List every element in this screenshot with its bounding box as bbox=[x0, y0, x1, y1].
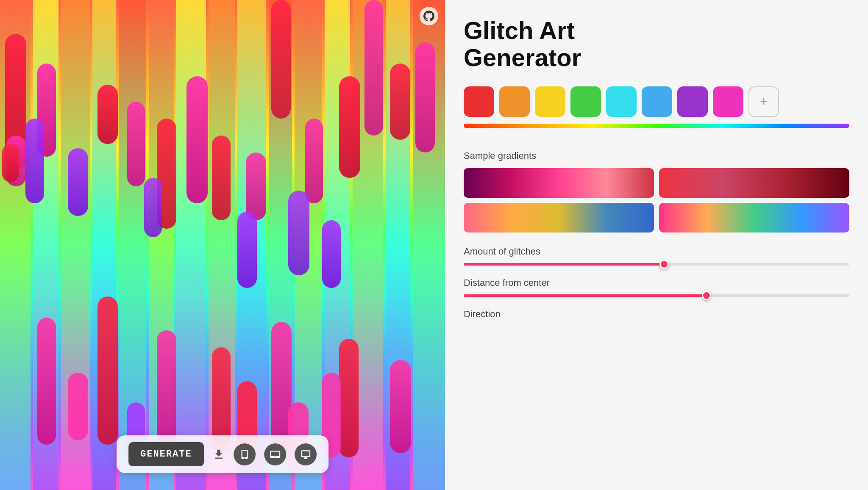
distance-slider-track bbox=[464, 294, 849, 297]
swatch-cyan[interactable] bbox=[606, 86, 637, 117]
svg-rect-45 bbox=[68, 373, 88, 440]
svg-rect-20 bbox=[97, 85, 118, 144]
svg-rect-26 bbox=[271, 0, 291, 119]
divider-1 bbox=[464, 140, 849, 140]
svg-rect-40 bbox=[157, 330, 176, 449]
svg-rect-34 bbox=[144, 178, 162, 237]
svg-rect-32 bbox=[25, 119, 44, 203]
svg-rect-21 bbox=[127, 102, 145, 186]
github-button[interactable] bbox=[420, 7, 438, 25]
distance-slider-thumb[interactable] bbox=[702, 291, 711, 300]
glitches-slider-track bbox=[464, 263, 849, 266]
svg-rect-30 bbox=[390, 64, 410, 140]
swatch-blue[interactable] bbox=[642, 86, 672, 117]
svg-rect-44 bbox=[390, 360, 411, 453]
svg-rect-36 bbox=[288, 191, 309, 275]
swatch-pink[interactable] bbox=[713, 86, 743, 117]
glitches-slider-thumb[interactable] bbox=[659, 260, 669, 269]
sample-gradient-2[interactable] bbox=[659, 168, 849, 198]
distance-label: Distance from center bbox=[464, 277, 849, 288]
sample-gradients bbox=[464, 168, 849, 233]
svg-rect-43 bbox=[339, 339, 359, 457]
sample-gradient-3[interactable] bbox=[464, 203, 654, 233]
swatch-green[interactable] bbox=[570, 86, 601, 117]
toolbar: GENERATE bbox=[117, 435, 328, 473]
swatch-orange[interactable] bbox=[499, 86, 530, 117]
add-color-button[interactable]: + bbox=[748, 86, 779, 117]
sample-gradient-4[interactable] bbox=[659, 203, 849, 233]
svg-rect-7 bbox=[176, 0, 206, 490]
mobile-view-button[interactable] bbox=[234, 443, 256, 465]
svg-rect-25 bbox=[246, 152, 266, 220]
svg-rect-29 bbox=[364, 0, 383, 136]
svg-rect-31 bbox=[415, 42, 435, 152]
svg-rect-24 bbox=[212, 136, 231, 220]
glitches-slider-fill bbox=[464, 263, 664, 266]
swatch-yellow[interactable] bbox=[535, 86, 565, 117]
svg-rect-39 bbox=[97, 296, 118, 445]
svg-rect-35 bbox=[237, 212, 257, 288]
distance-slider-fill bbox=[464, 294, 707, 297]
color-swatches: + bbox=[464, 86, 849, 117]
desktop-view-button[interactable] bbox=[295, 443, 317, 465]
sample-gradient-1[interactable] bbox=[464, 168, 654, 198]
distance-slider-section: Distance from center bbox=[464, 277, 849, 297]
right-panel: Glitch Art Generator + Sample gradients … bbox=[445, 0, 868, 490]
download-button[interactable] bbox=[212, 448, 225, 461]
svg-rect-28 bbox=[339, 76, 360, 178]
swatch-purple[interactable] bbox=[677, 86, 708, 117]
gradient-bar bbox=[464, 124, 849, 128]
app-title: Glitch Art Generator bbox=[464, 17, 849, 71]
svg-rect-23 bbox=[186, 76, 208, 203]
svg-rect-37 bbox=[322, 220, 341, 288]
swatch-red[interactable] bbox=[464, 86, 494, 117]
canvas-area: GENERATE bbox=[0, 0, 445, 490]
generate-button[interactable]: GENERATE bbox=[128, 442, 204, 466]
svg-rect-38 bbox=[37, 318, 56, 445]
sample-gradients-label: Sample gradients bbox=[464, 150, 849, 161]
tablet-view-button[interactable] bbox=[264, 443, 286, 465]
svg-rect-19 bbox=[2, 144, 19, 182]
svg-rect-33 bbox=[68, 148, 88, 216]
glitches-slider-section: Amount of glitches bbox=[464, 246, 849, 266]
direction-label: Direction bbox=[464, 309, 849, 320]
glitches-label: Amount of glitches bbox=[464, 246, 849, 257]
svg-rect-27 bbox=[305, 119, 323, 203]
svg-rect-41 bbox=[212, 347, 231, 449]
